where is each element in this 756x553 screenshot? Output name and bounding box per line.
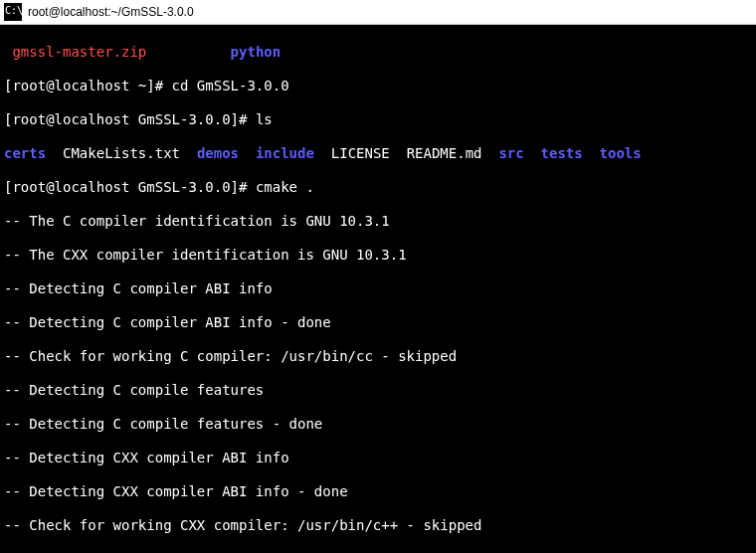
- ls-top-row: gmssl-master.zip python: [4, 44, 752, 61]
- dir-python: python: [231, 44, 282, 60]
- cmd-cmake: cmake .: [256, 179, 314, 195]
- dir-certs: certs: [4, 145, 46, 161]
- dir-include: include: [256, 145, 314, 161]
- cmake-out-5: -- Check for working C compiler: /usr/bi…: [4, 348, 752, 365]
- dir-src: src: [498, 145, 523, 161]
- ls-output: certs CMakeLists.txt demos include LICEN…: [4, 145, 752, 162]
- cmake-out-9: -- Detecting CXX compiler ABI info - don…: [4, 483, 752, 500]
- cmd-icon: C:\: [4, 3, 22, 21]
- prompt-line-1: [root@localhost ~]# cd GmSSL-3.0.0: [4, 78, 752, 94]
- file-readme: README.md: [407, 145, 482, 161]
- prompt-3: [root@localhost GmSSL-3.0.0]#: [4, 179, 256, 195]
- cmake-out-4: -- Detecting C compiler ABI info - done: [4, 314, 752, 331]
- cmd-ls: ls: [256, 111, 273, 127]
- cmake-out-2: -- The CXX compiler identification is GN…: [4, 247, 752, 264]
- dir-tools: tools: [600, 145, 642, 161]
- cmake-out-8: -- Detecting CXX compiler ABI info: [4, 450, 752, 466]
- terminal-area[interactable]: gmssl-master.zip python [root@localhost …: [0, 25, 756, 553]
- window-title: root@localhost:~/GmSSL-3.0.0: [28, 0, 194, 24]
- file-cmakelists: CMakeLists.txt: [63, 145, 180, 161]
- cmake-out-1: -- The C compiler identification is GNU …: [4, 213, 752, 230]
- prompt-line-3: [root@localhost GmSSL-3.0.0]# cmake .: [4, 179, 752, 196]
- cmake-out-10: -- Check for working CXX compiler: /usr/…: [4, 517, 752, 534]
- window-titlebar: C:\ root@localhost:~/GmSSL-3.0.0: [0, 0, 756, 25]
- cmd-cd: cd GmSSL-3.0.0: [172, 78, 289, 93]
- file-license: LICENSE: [331, 145, 390, 161]
- dir-tests: tests: [541, 145, 583, 161]
- prompt-line-2: [root@localhost GmSSL-3.0.0]# ls: [4, 111, 752, 128]
- file-zip: gmssl-master.zip: [12, 44, 146, 60]
- prompt-1: [root@localhost ~]#: [4, 78, 172, 93]
- cmake-out-3: -- Detecting C compiler ABI info: [4, 280, 752, 297]
- prompt-2: [root@localhost GmSSL-3.0.0]#: [4, 111, 256, 127]
- cmake-out-7: -- Detecting C compile features - done: [4, 416, 752, 433]
- dir-demos: demos: [197, 145, 239, 161]
- cmake-out-6: -- Detecting C compile features: [4, 382, 752, 399]
